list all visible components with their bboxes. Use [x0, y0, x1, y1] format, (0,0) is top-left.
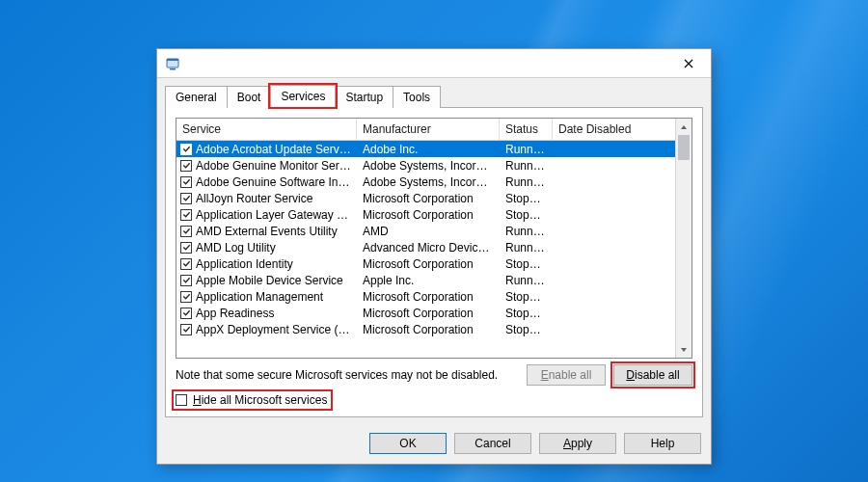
table-row[interactable]: AMD Log UtilityAdvanced Micro Devices, I… — [176, 239, 675, 255]
table-row[interactable]: Application IdentityMicrosoft Corporatio… — [176, 255, 675, 272]
service-name: Application Management — [196, 290, 323, 304]
service-manufacturer: Microsoft Corporation — [357, 290, 500, 304]
service-manufacturer: Microsoft Corporation — [357, 208, 500, 222]
service-status: Stopped — [500, 208, 553, 222]
service-manufacturer: Apple Inc. — [357, 274, 500, 287]
service-status: Stopped — [500, 290, 553, 304]
list-header: Service Manufacturer Status Date Disable… — [176, 119, 675, 141]
table-row[interactable]: Application Layer Gateway ServiceMicroso… — [176, 206, 675, 223]
apply-button[interactable]: Apply — [539, 433, 616, 454]
service-status: Stopped — [500, 192, 553, 205]
service-name: AMD External Events Utility — [196, 225, 338, 238]
tab-boot[interactable]: Boot — [227, 86, 272, 108]
service-checkbox[interactable] — [180, 258, 192, 270]
table-row[interactable]: Application ManagementMicrosoft Corporat… — [176, 288, 675, 305]
service-status: Running — [500, 143, 553, 156]
service-checkbox[interactable] — [180, 209, 192, 221]
scroll-up-button[interactable] — [676, 119, 692, 135]
scroll-track[interactable] — [676, 135, 692, 341]
service-name: AppX Deployment Service (AppX... — [196, 323, 351, 336]
column-service[interactable]: Service — [176, 119, 357, 140]
service-checkbox[interactable] — [180, 144, 192, 155]
column-status[interactable]: Status — [500, 119, 553, 140]
service-status: Stopped — [500, 307, 553, 320]
disable-all-button[interactable]: Disable all — [613, 364, 692, 386]
table-row[interactable]: AppX Deployment Service (AppX...Microsof… — [176, 321, 675, 337]
column-manufacturer[interactable]: Manufacturer — [357, 119, 500, 140]
table-row[interactable]: AllJoyn Router ServiceMicrosoft Corporat… — [176, 190, 675, 206]
cancel-button[interactable]: Cancel — [454, 433, 531, 454]
service-name: Adobe Genuine Monitor Service — [196, 159, 351, 173]
msconfig-icon — [165, 56, 180, 71]
service-status: Stopped — [500, 323, 553, 336]
dialog-footer: OK Cancel Apply Help — [157, 425, 711, 464]
service-manufacturer: Adobe Inc. — [357, 143, 500, 156]
close-button[interactable] — [672, 53, 705, 74]
table-row[interactable]: AMD External Events UtilityAMDRunning — [176, 223, 675, 239]
service-checkbox[interactable] — [180, 160, 192, 172]
services-rows: Adobe Acrobat Update ServiceAdobe Inc.Ru… — [176, 141, 675, 358]
table-row[interactable]: App ReadinessMicrosoft CorporationStoppe… — [176, 305, 675, 321]
tabstrip: GeneralBootServicesStartupTools — [157, 78, 711, 107]
table-row[interactable]: Adobe Genuine Software Integri...Adobe S… — [176, 174, 675, 190]
service-manufacturer: Adobe Systems, Incorpora... — [357, 159, 500, 173]
service-status: Running — [500, 241, 553, 254]
tab-services[interactable]: Services — [270, 85, 336, 108]
service-name: Adobe Genuine Software Integri... — [196, 175, 351, 189]
titlebar — [157, 49, 711, 78]
service-checkbox[interactable] — [180, 242, 192, 254]
scroll-thumb[interactable] — [678, 135, 690, 160]
service-name: AMD Log Utility — [196, 241, 276, 254]
services-listbox: Service Manufacturer Status Date Disable… — [176, 118, 692, 359]
tab-general[interactable]: General — [165, 86, 228, 108]
svg-rect-1 — [167, 59, 178, 61]
column-date-disabled[interactable]: Date Disabled — [553, 119, 675, 140]
service-checkbox[interactable] — [180, 275, 192, 286]
service-name: Adobe Acrobat Update Service — [196, 143, 351, 156]
service-manufacturer: AMD — [357, 225, 500, 238]
service-manufacturer: Microsoft Corporation — [357, 307, 500, 320]
service-checkbox[interactable] — [180, 176, 192, 188]
service-status: Running — [500, 274, 553, 287]
enable-all-button[interactable]: Enable all — [527, 364, 606, 386]
service-manufacturer: Advanced Micro Devices, I... — [357, 241, 500, 254]
ok-button[interactable]: OK — [369, 433, 447, 454]
service-name: Application Identity — [196, 257, 293, 271]
note-text: Note that some secure Microsoft services… — [176, 368, 498, 382]
help-button[interactable]: Help — [624, 433, 701, 454]
service-manufacturer: Microsoft Corporation — [357, 192, 500, 205]
services-panel: Service Manufacturer Status Date Disable… — [165, 107, 703, 417]
service-name: AllJoyn Router Service — [196, 192, 312, 205]
service-manufacturer: Microsoft Corporation — [357, 257, 500, 271]
msconfig-window: GeneralBootServicesStartupTools Service … — [156, 48, 712, 465]
table-row[interactable]: Adobe Acrobat Update ServiceAdobe Inc.Ru… — [176, 141, 675, 157]
scrollbar-vertical[interactable] — [675, 119, 692, 358]
service-checkbox[interactable] — [180, 193, 192, 204]
service-status: Stopped — [500, 257, 553, 271]
svg-rect-2 — [170, 68, 176, 70]
tab-startup[interactable]: Startup — [335, 86, 393, 108]
service-checkbox[interactable] — [180, 291, 192, 303]
table-row[interactable]: Apple Mobile Device ServiceApple Inc.Run… — [176, 272, 675, 288]
service-manufacturer: Adobe Systems, Incorpora... — [357, 175, 500, 189]
hide-ms-services-label[interactable]: Hide all Microsoft services — [193, 393, 327, 407]
scroll-down-button[interactable] — [676, 341, 692, 358]
service-status: Running — [500, 225, 553, 238]
service-checkbox[interactable] — [180, 324, 192, 335]
service-name: App Readiness — [196, 307, 274, 320]
service-checkbox[interactable] — [180, 226, 192, 237]
table-row[interactable]: Adobe Genuine Monitor ServiceAdobe Syste… — [176, 157, 675, 174]
tab-tools[interactable]: Tools — [393, 86, 441, 108]
service-name: Apple Mobile Device Service — [196, 274, 343, 287]
service-status: Running — [500, 175, 553, 189]
service-status: Running — [500, 159, 553, 173]
service-manufacturer: Microsoft Corporation — [357, 323, 500, 336]
hide-ms-services-checkbox[interactable] — [176, 394, 187, 406]
service-name: Application Layer Gateway Service — [196, 208, 351, 222]
service-checkbox[interactable] — [180, 308, 192, 319]
